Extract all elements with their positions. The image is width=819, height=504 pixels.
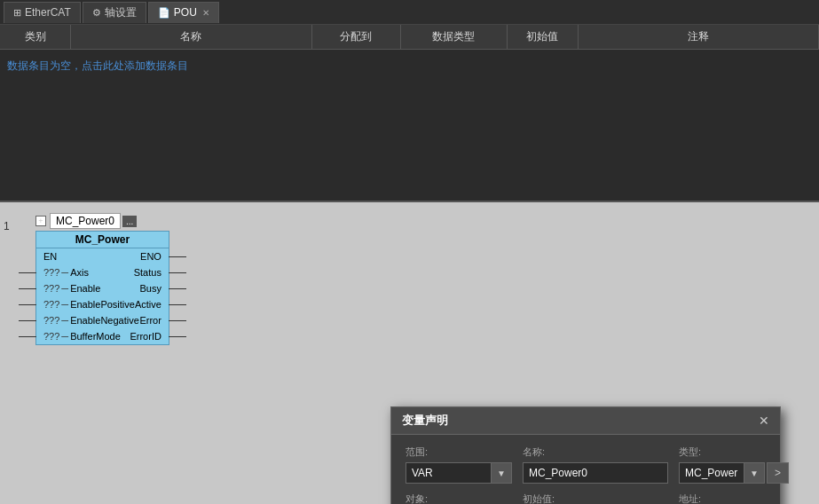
dash-buffermode: ─ — [61, 331, 68, 342]
connector-active-right — [169, 304, 186, 305]
plus-icon: + — [38, 217, 43, 225]
tab-pou-label: POU — [174, 6, 197, 19]
tab-pou-close[interactable]: ✕ — [202, 8, 209, 18]
qmark-enablenegative: ??? — [43, 315, 59, 326]
gear-icon: ⚙ — [92, 7, 101, 19]
main-area: 类别 名称 分配到 数据类型 初始值 注释 数据条目为空，点击此处添加数据条目 … — [0, 25, 819, 504]
io-row-buffermode: ??? ─ BufferMode ErrorID — [36, 328, 169, 344]
scope-label: 范围: — [406, 445, 512, 459]
target-label: 对象: — [406, 492, 512, 504]
field-scope: 范围: VAR VAR_INPUT VAR_OUTPUT VAR_GLOBAL … — [406, 445, 512, 484]
scope-select[interactable]: VAR VAR_INPUT VAR_OUTPUT VAR_GLOBAL — [406, 462, 492, 484]
pou-section: 1 + MC_Power0 ... MC_Power EN — [0, 202, 819, 504]
connector-busy-right — [169, 288, 186, 289]
initval-label: 初始值: — [523, 492, 668, 504]
io-en-right: ENO — [140, 251, 161, 262]
connector-eno — [169, 256, 186, 257]
tab-axis-settings[interactable]: ⚙ 轴设置 — [83, 2, 146, 23]
dash-enablenegative: ─ — [61, 315, 68, 326]
variable-declaration-modal: 变量声明 ✕ 范围: VAR VAR_INPUT VAR_OUTPUT VAR_… — [390, 406, 781, 504]
connector-error-right — [169, 320, 186, 321]
io-buffermode-left: BufferMode — [70, 331, 121, 342]
modal-row-1: 范围: VAR VAR_INPUT VAR_OUTPUT VAR_GLOBAL … — [406, 445, 766, 484]
type-select-wrap: MC_Power BOOL INT REAL ▼ > — [679, 462, 789, 484]
io-row-axis: ??? ─ Axis Status — [36, 264, 169, 280]
modal-title: 变量声明 — [402, 413, 448, 429]
tab-axis-settings-label: 轴设置 — [105, 5, 137, 20]
modal-title-bar: 变量声明 ✕ — [391, 407, 780, 435]
field-initval: 初始值: — [523, 492, 668, 504]
dash-axis: ─ — [61, 267, 68, 278]
col-assign: 分配到 — [312, 25, 401, 49]
io-enable-left: Enable — [70, 283, 100, 294]
tab-ethercat[interactable]: ⊞ EtherCAT — [4, 2, 81, 23]
dash-enablepositive: ─ — [61, 299, 68, 310]
modal-row-2: 对象: POU ▼ 初始值: 地址: — [406, 492, 766, 504]
qmark-buffermode: ??? — [43, 331, 59, 342]
type-navigate-btn[interactable]: > — [767, 462, 789, 484]
io-enablepositive-left: EnablePositive — [70, 299, 135, 310]
type-label: 类型: — [679, 445, 789, 459]
io-enable-right: Busy — [139, 283, 161, 294]
table-empty-hint[interactable]: 数据条目为空，点击此处添加数据条目 — [0, 50, 819, 83]
block-expand-btn[interactable]: + — [35, 216, 46, 226]
field-type: 类型: MC_Power BOOL INT REAL ▼ > — [679, 445, 789, 484]
table-header: 类别 名称 分配到 数据类型 初始值 注释 — [0, 25, 819, 50]
col-comment: 注释 — [579, 25, 820, 49]
tab-bar: ⊞ EtherCAT ⚙ 轴设置 📄 POU ✕ — [0, 0, 819, 25]
io-enablenegative-right: Error — [139, 315, 161, 326]
io-buffermode-right: ErrorID — [130, 331, 161, 342]
connector-enablepositive-left — [19, 304, 36, 305]
address-label: 地址: — [679, 492, 766, 504]
pou-icon: 📄 — [158, 7, 170, 19]
field-target: 对象: POU ▼ — [406, 492, 512, 504]
io-row-enablenegative: ??? ─ EnableNegative Error — [36, 312, 169, 328]
connector-axis-left — [19, 272, 36, 273]
block-dots-btn[interactable]: ... — [122, 216, 137, 227]
io-axis-left: Axis — [70, 267, 89, 278]
mc-block-body: MC_Power EN ENO ??? ─ Axi — [35, 231, 169, 345]
table-section: 类别 名称 分配到 数据类型 初始值 注释 数据条目为空，点击此处添加数据条目 — [0, 25, 819, 202]
qmark-enable: ??? — [43, 283, 59, 294]
io-enablepositive-right: Active — [135, 299, 161, 310]
tab-pou[interactable]: 📄 POU ✕ — [148, 2, 219, 23]
io-row-enable: ??? ─ Enable Busy — [36, 280, 169, 296]
name-input[interactable] — [523, 462, 668, 484]
block-container: + MC_Power0 ... MC_Power EN ENO — [35, 213, 169, 345]
modal-body: 范围: VAR VAR_INPUT VAR_OUTPUT VAR_GLOBAL … — [391, 435, 780, 504]
io-en-left: EN — [43, 251, 57, 262]
block-title: MC_Power — [36, 232, 169, 248]
col-initval: 初始值 — [508, 25, 579, 49]
dash-enable: ─ — [61, 283, 68, 294]
ethercat-icon: ⊞ — [13, 7, 21, 19]
connector-axis-right — [169, 272, 186, 273]
qmark-axis: ??? — [43, 267, 59, 278]
col-datatype: 数据类型 — [401, 25, 508, 49]
block-name-box[interactable]: MC_Power0 — [50, 213, 121, 229]
io-axis-right: Status — [134, 267, 161, 278]
name-label: 名称: — [523, 445, 668, 459]
field-address: 地址: — [679, 492, 766, 504]
modal-close-btn[interactable]: ✕ — [759, 413, 769, 428]
qmark-enablepositive: ??? — [43, 299, 59, 310]
tab-ethercat-label: EtherCAT — [25, 6, 71, 19]
field-name: 名称: — [523, 445, 668, 484]
io-row-enablepositive: ??? ─ EnablePositive Active — [36, 296, 169, 312]
col-name: 名称 — [71, 25, 312, 49]
scope-select-wrap: VAR VAR_INPUT VAR_OUTPUT VAR_GLOBAL ▼ — [406, 462, 512, 484]
io-row-en: EN ENO — [36, 248, 169, 264]
io-enablenegative-left: EnableNegative — [70, 315, 139, 326]
connector-enable-left — [19, 288, 36, 289]
connector-errorid-right — [169, 336, 186, 337]
block-header: + MC_Power0 ... — [35, 213, 169, 229]
connector-enablenegative-left — [19, 320, 36, 321]
type-select[interactable]: MC_Power BOOL INT REAL — [679, 462, 744, 484]
connector-buffermode-left — [19, 336, 36, 337]
type-select-arrow[interactable]: ▼ — [744, 462, 765, 484]
scope-select-arrow[interactable]: ▼ — [492, 462, 512, 484]
col-category: 类别 — [0, 25, 71, 49]
row-number: 1 — [4, 220, 10, 232]
